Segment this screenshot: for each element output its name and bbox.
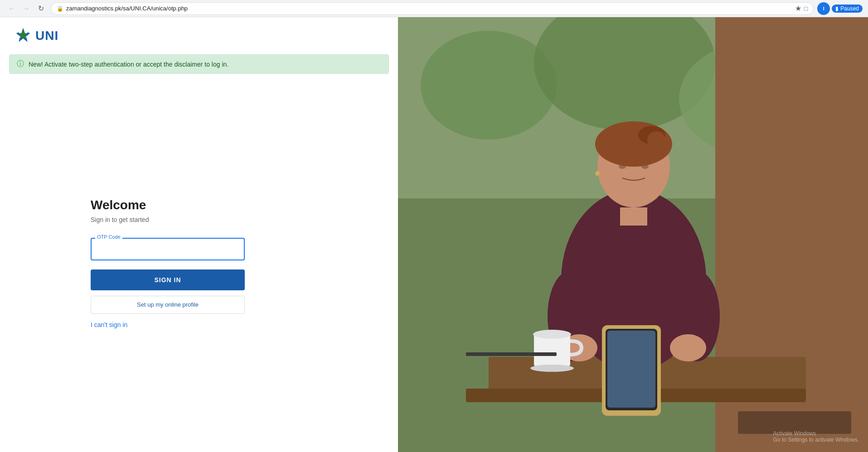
info-icon: ⓘ [17, 59, 24, 69]
profile-button[interactable]: I [817, 2, 830, 15]
welcome-title: Welcome [91, 198, 146, 212]
form-area: Welcome Sign in to get started OTP Code … [0, 74, 398, 452]
address-bar[interactable]: 🔒 zamandiagnostics.pk/sa/UNI.CA/unica/ot… [51, 2, 814, 15]
logo-text: UNI [35, 29, 58, 43]
cant-sign-in-link[interactable]: I can't sign in [91, 321, 127, 328]
refresh-button[interactable]: ↻ [34, 2, 47, 15]
back-button[interactable]: ← [5, 2, 18, 15]
pause-icon: ▮ [835, 5, 839, 12]
svg-marker-1 [23, 28, 25, 33]
svg-point-35 [530, 365, 574, 372]
sign-in-button[interactable]: SIGN IN [91, 269, 245, 290]
extension-icon[interactable]: □ [804, 5, 808, 12]
browser-actions: I ▮ Paused [817, 2, 863, 15]
url-text: zamandiagnostics.pk/sa/UNI.CA/unica/otp.… [66, 5, 792, 12]
svg-point-34 [533, 330, 571, 339]
svg-point-28 [670, 334, 706, 361]
otp-label: OTP Code [95, 234, 122, 240]
browser-chrome: ← → ↻ 🔒 zamandiagnostics.pk/sa/UNI.CA/un… [0, 0, 868, 17]
svg-point-24 [595, 171, 600, 176]
watermark: Activate Windows Go to Settings to activ… [773, 430, 859, 443]
uni-logo-icon [14, 26, 33, 45]
cafe-illustration [398, 17, 868, 452]
left-panel: UNI ⓘ New! Activate two-step authenticat… [0, 17, 398, 452]
svg-point-21 [647, 131, 665, 148]
cafe-scene: Activate Windows Go to Settings to activ… [398, 17, 868, 452]
forward-button[interactable]: → [20, 2, 33, 15]
otp-input[interactable] [91, 238, 245, 260]
notification-banner: ⓘ New! Activate two-step authentication … [9, 54, 389, 74]
setup-profile-button[interactable]: Set up my online profile [91, 296, 245, 314]
svg-point-22 [619, 164, 626, 169]
page-content: UNI ⓘ New! Activate two-step authenticat… [0, 17, 868, 452]
star-icon[interactable]: ★ [795, 4, 801, 13]
lock-icon: 🔒 [57, 5, 63, 12]
paused-label: Paused [840, 5, 859, 12]
otp-input-container: OTP Code [91, 238, 245, 260]
svg-rect-33 [534, 334, 570, 366]
paused-badge: ▮ Paused [832, 5, 863, 13]
watermark-line1: Activate Windows [773, 430, 859, 437]
svg-rect-32 [607, 331, 655, 408]
nav-buttons: ← → ↻ [5, 2, 47, 15]
notification-text: New! Activate two-step authentication or… [29, 61, 228, 68]
svg-point-23 [641, 164, 649, 169]
right-panel: Activate Windows Go to Settings to activ… [398, 17, 868, 452]
logo-container: UNI [14, 26, 384, 45]
watermark-line2: Go to Settings to activate Windows. [773, 437, 859, 443]
welcome-subtitle: Sign in to get started [91, 216, 149, 223]
svg-rect-36 [466, 352, 557, 356]
logo-area: UNI [0, 17, 398, 54]
